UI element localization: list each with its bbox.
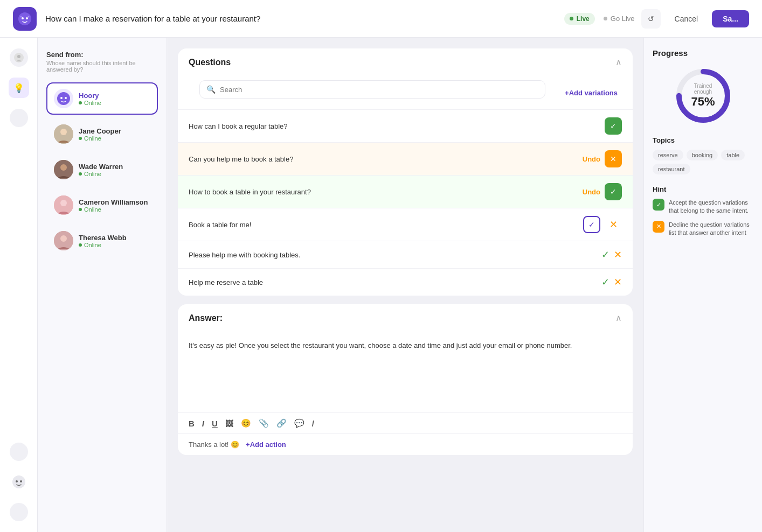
answer-text: It's easy as pie! Once you select the re… (189, 341, 572, 349)
hint-item-accept: ✓ Accept the question variations that be… (653, 199, 753, 215)
questions-card: Questions ∧ 🔍 +Add variations How can I … (178, 48, 633, 296)
agent-name-cameron: Cameron Williamson (79, 198, 148, 206)
svg-point-9 (20, 480, 22, 482)
sidebar-icon-bot[interactable] (9, 472, 29, 492)
question-text-4: Book a table for me! (189, 221, 251, 229)
agent-name-jane: Jane Cooper (79, 127, 121, 135)
questions-collapse-button[interactable]: ∧ (615, 57, 622, 67)
add-action-button[interactable]: +Add action (246, 440, 286, 449)
agent-card-cameron[interactable]: Cameron Williamson Online (46, 189, 158, 221)
agent-info-hoory: Hoory Online (79, 92, 101, 106)
undo-button-3[interactable]: Undo (583, 188, 600, 196)
live-badge: Live (564, 13, 595, 25)
add-variations-button[interactable]: +Add variations (560, 87, 622, 99)
editor-footer: Thanks a lot! 😊 +Add action (178, 433, 633, 455)
agent-info-theresa: Theresa Webb Online (79, 234, 127, 248)
accept-button-1[interactable]: ✓ (605, 117, 622, 135)
accept-outline-button-4[interactable]: ✓ (583, 216, 600, 233)
answer-collapse-button[interactable]: ∧ (615, 313, 622, 323)
agent-info-wade: Wade Warren Online (79, 163, 123, 177)
svg-point-12 (60, 97, 63, 99)
accept-plain-button-5[interactable]: ✓ (601, 249, 609, 261)
svg-point-3 (20, 16, 22, 17)
donut-label: Trained enough (688, 83, 718, 95)
save-button[interactable]: Sa... (712, 10, 749, 27)
svg-point-7 (12, 475, 25, 488)
question-text-2: Can you help me to book a table? (189, 155, 293, 163)
question-actions-1: ✓ (605, 117, 622, 135)
decline-plain-button-5[interactable]: ✕ (614, 249, 622, 261)
question-text-3: How to book a table in your restaurant? (189, 188, 311, 196)
agent-name-hoory: Hoory (79, 92, 101, 100)
search-input[interactable] (220, 86, 538, 94)
svg-point-21 (60, 235, 67, 242)
topic-tag-table: table (721, 150, 745, 160)
agent-info-cameron: Cameron Williamson Online (79, 198, 148, 213)
hint-title: Hint (653, 185, 753, 193)
toolbar-bold[interactable]: B (189, 419, 195, 428)
toolbar-link[interactable]: 🔗 (276, 418, 287, 428)
question-row-4: Book a table for me! ✓ ✕ (178, 208, 633, 241)
sidebar-icon-circle3 (10, 503, 28, 521)
status-dot-cameron (79, 208, 82, 211)
topic-tag-restaurant: restaurant (653, 164, 690, 174)
svg-point-2 (26, 17, 28, 19)
toolbar-emoji[interactable]: 😊 (241, 418, 251, 428)
toolbar-attach[interactable]: 📎 (259, 418, 269, 428)
status-dot-hoory (79, 101, 82, 104)
agent-card-wade[interactable]: Wade Warren Online (46, 153, 158, 186)
answer-title: Answer: (189, 313, 223, 323)
cancel-button[interactable]: Cancel (667, 10, 706, 27)
decline-button-2[interactable]: ✕ (605, 150, 622, 167)
topic-tag-booking: booking (687, 150, 718, 160)
agent-status-cameron: Online (79, 206, 148, 213)
question-text-5: Please help me with booking tables. (189, 251, 300, 259)
question-actions-3: Undo ✓ (583, 183, 622, 200)
live-dot (570, 17, 573, 20)
accept-plain-button-6[interactable]: ✓ (601, 276, 609, 288)
toolbar-slash[interactable]: / (312, 419, 314, 428)
go-live-button[interactable]: Go Live (604, 15, 635, 23)
agent-card-jane[interactable]: Jane Cooper Online (46, 118, 158, 150)
toolbar-image[interactable]: 🖼 (225, 419, 233, 428)
footer-action-text: Thanks a lot! 😊 (189, 440, 239, 449)
decline-plain-button-6[interactable]: ✕ (614, 276, 622, 288)
agent-avatar-wade (54, 160, 73, 179)
status-dot-wade (79, 172, 82, 176)
sidebar-icon-bulb[interactable]: 💡 (9, 78, 29, 98)
status-dot-theresa (79, 243, 82, 247)
donut-value: 75% (688, 95, 718, 109)
toolbar-quote[interactable]: 💬 (294, 418, 304, 428)
svg-point-1 (22, 17, 24, 19)
toolbar-italic[interactable]: I (202, 419, 204, 428)
search-icon: 🔍 (206, 85, 216, 94)
question-row-1: How can I book a regular table? ✓ (178, 109, 633, 142)
undo-button-2[interactable]: Undo (583, 155, 600, 163)
decline-outline-button-4[interactable]: ✕ (605, 216, 622, 233)
agent-avatar-cameron (54, 195, 73, 215)
golive-dot (604, 17, 607, 20)
question-actions-6: ✓ ✕ (601, 276, 622, 288)
refresh-button[interactable]: ↺ (641, 9, 661, 29)
agent-card-theresa[interactable]: Theresa Webb Online (46, 225, 158, 257)
donut-text: Trained enough 75% (688, 83, 718, 109)
agent-avatar-theresa (54, 231, 73, 250)
right-panel: Progress Trained enough 75% Topics reser… (643, 38, 762, 532)
send-from-panel: Send from: Whose name should this intent… (38, 38, 167, 532)
svg-point-19 (60, 200, 67, 206)
sidebar-icons: 💡 (0, 38, 38, 532)
agent-avatar-hoory (54, 89, 73, 108)
question-actions-5: ✓ ✕ (601, 249, 622, 261)
question-actions-4: ✓ ✕ (583, 216, 622, 233)
question-row-3: How to book a table in your restaurant? … (178, 175, 633, 208)
toolbar-underline[interactable]: U (212, 419, 218, 428)
sidebar-icon-circle1 (10, 109, 28, 127)
hint-text-accept: Accept the question variations that belo… (669, 199, 753, 215)
answer-editor[interactable]: It's easy as pie! Once you select the re… (178, 332, 633, 412)
accept-button-3[interactable]: ✓ (605, 183, 622, 200)
hint-text-decline: Decline the question variations list tha… (669, 221, 753, 237)
agent-card-hoory[interactable]: Hoory Online (46, 82, 158, 115)
agent-avatar-jane (54, 124, 73, 144)
agent-info-jane: Jane Cooper Online (79, 127, 121, 142)
question-text-1: How can I book a regular table? (189, 122, 288, 130)
